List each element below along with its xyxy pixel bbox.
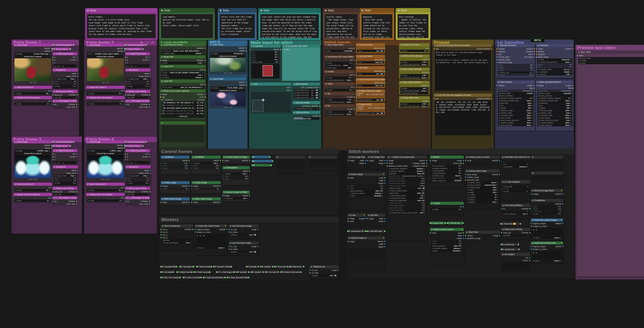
widget-join_with[interactable]: join_with, bbox=[126, 193, 149, 195]
widget-upscale_method[interactable]: ◀upscale_methodbilinear▶ bbox=[431, 247, 463, 249]
widget[interactable] bbox=[161, 125, 204, 127]
node-titlebar[interactable]: Stitch final bbox=[465, 231, 500, 234]
socket[interactable] bbox=[577, 55, 578, 56]
help-icon[interactable]: ? bbox=[561, 242, 562, 244]
socket[interactable] bbox=[280, 49, 281, 50]
socket[interactable] bbox=[426, 162, 427, 164]
node-titlebar[interactable]: Load Image bbox=[14, 44, 52, 47]
socket[interactable] bbox=[518, 249, 520, 250]
node-titlebar[interactable]: Insert into frame # bbox=[14, 86, 52, 89]
socket[interactable] bbox=[222, 160, 224, 161]
help-icon[interactable]: ? bbox=[383, 237, 384, 239]
widget[interactable] bbox=[161, 127, 204, 130]
socket[interactable] bbox=[125, 153, 126, 155]
widget-upscale_method[interactable]: ◀upscale_methodbilinear▶ bbox=[349, 192, 384, 194]
widget-filename_delimiter[interactable]: filename_delimiter_ bbox=[537, 95, 572, 97]
socket[interactable] bbox=[319, 87, 320, 88]
socket[interactable] bbox=[222, 178, 223, 180]
group-titlebar[interactable]: Preview last video bbox=[576, 45, 644, 50]
socket[interactable] bbox=[500, 244, 502, 245]
note-extra-frames[interactable]: NoteExtra frames: You can select 1-4 ext… bbox=[85, 8, 158, 40]
node-save-video[interactable]: Save Videovideofilename_prefixvideo/Comf… bbox=[577, 51, 644, 276]
widget-height[interactable]: height768 bbox=[498, 66, 534, 69]
node-size[interactable]: Size640640 bbox=[250, 83, 292, 113]
text-widget[interactable]: 过曝，静态，细节模糊不清，字幕，风格，作品，画作，画面，整体发灰，最差质量，低质… bbox=[435, 100, 491, 135]
socket[interactable] bbox=[287, 266, 289, 267]
widget-stop[interactable]: stop15 bbox=[126, 83, 150, 85]
widget-range_mode[interactable]: ◀range_modestep▶ bbox=[126, 78, 150, 80]
socket[interactable] bbox=[497, 53, 498, 55]
socket[interactable] bbox=[384, 59, 385, 61]
node-use-first-frame[interactable]: Use first frameBOOLEANvaluetrue bbox=[356, 43, 385, 54]
node-titlebar[interactable]: Upscale Model bbox=[293, 101, 320, 104]
widget-end_mode[interactable]: ◀end_modeInclusive▶ bbox=[126, 87, 150, 88]
socket[interactable] bbox=[258, 246, 258, 247]
socket[interactable] bbox=[365, 218, 366, 219]
node-titlebar[interactable]: ♻Math Expression bbox=[125, 52, 150, 55]
socket[interactable] bbox=[249, 170, 250, 172]
socket[interactable] bbox=[125, 59, 126, 61]
socket[interactable] bbox=[529, 232, 530, 234]
node-titlebar[interactable]: control msk bbox=[501, 248, 519, 251]
node-insert-into-control-mask-w[interactable]: Insert into control mask?original_images… bbox=[195, 224, 227, 255]
socket[interactable] bbox=[384, 177, 385, 179]
socket[interactable] bbox=[77, 75, 78, 77]
socket[interactable] bbox=[274, 266, 276, 267]
widget-value[interactable]: ◀value2▶ bbox=[87, 103, 124, 105]
group-titlebar[interactable]: Workers bbox=[160, 217, 339, 222]
widget-image[interactable]: ◀imagec_00012_.png▶ bbox=[87, 149, 124, 152]
node-insert-frames-from-last-video[interactable]: Insert frames from last videoBOOLEANvalu… bbox=[356, 78, 385, 88]
socket[interactable] bbox=[150, 172, 151, 174]
widget-control after generate[interactable]: ◀control after generatefixed▶ bbox=[400, 90, 429, 92]
socket[interactable] bbox=[338, 269, 339, 271]
node-s-roundh-1[interactable]: roundH bbox=[261, 265, 273, 268]
node-feather[interactable]: Featherint◀value0▶ bbox=[430, 202, 464, 215]
node-titlebar[interactable]: Upscaled all bbox=[180, 265, 194, 268]
node-upscale-factor[interactable]: Upscale factorFLOATvalue 0.352 bbox=[293, 111, 320, 119]
node-extra-frame-3-cr-integer-to-string[interactable]: 🔧CR Integer To Stringint_STRINGshow_help bbox=[52, 196, 77, 205]
node-titlebar[interactable]: RepeatImageBatch bbox=[125, 44, 146, 46]
toggle-keep_proportions[interactable]: keep_proportionsfalse bbox=[349, 190, 384, 192]
socket[interactable] bbox=[465, 237, 466, 239]
help-icon[interactable]: ? bbox=[383, 173, 384, 176]
node-extra-frame-1-resize-frame[interactable]: Resize frame bbox=[52, 48, 70, 50]
widget-optimize_image[interactable]: ◀optimize_imagefalse▶ bbox=[498, 109, 534, 112]
socket[interactable] bbox=[531, 248, 532, 250]
socket[interactable] bbox=[497, 64, 497, 66]
socket[interactable] bbox=[497, 51, 498, 52]
node-extra-frame-4-insert-into-frame[interactable]: Insert into frame #int◀value75▶ bbox=[86, 183, 125, 192]
socket[interactable] bbox=[149, 94, 150, 96]
node-extra-frame-1-string-list-to-string[interactable]: String List to Stringstring_listSTRINGjo… bbox=[52, 90, 78, 98]
widget-show_history_by_prefix[interactable]: ◀show_history_by_prefixtrue▶ bbox=[498, 119, 534, 121]
socket[interactable] bbox=[499, 160, 500, 161]
toggle-value[interactable]: valuetrue bbox=[357, 50, 384, 52]
node-use-stitch[interactable]: Use stitchBOOLEANvaluetrue bbox=[356, 66, 385, 77]
node-extra-frame-3-repeat-image-batch[interactable]: RepeatImageBatch bbox=[52, 140, 74, 143]
socket[interactable] bbox=[179, 266, 181, 267]
widget[interactable] bbox=[309, 159, 336, 161]
widget-y[interactable]: ◀y16▶ bbox=[251, 53, 280, 56]
socket[interactable] bbox=[354, 74, 355, 76]
widget-start[interactable]: start10 bbox=[54, 177, 77, 179]
socket[interactable] bbox=[354, 96, 355, 98]
socket[interactable] bbox=[52, 94, 54, 96]
widget-to_that[interactable]: to_that bbox=[502, 188, 529, 190]
socket[interactable] bbox=[195, 231, 196, 233]
widget-join_with[interactable]: join_with, bbox=[54, 193, 76, 195]
socket[interactable] bbox=[172, 271, 174, 273]
widget-context_from_mask_extend_factor[interactable]: ◀context_from_mask_extend_factor1.00▶ bbox=[388, 212, 426, 214]
socket[interactable] bbox=[52, 83, 53, 85]
lora-row[interactable]: wan\studio_ghibli_wan14b_t2v_v01.safe…◀ … bbox=[161, 107, 204, 109]
node-titlebar[interactable]: Overlay stitch mask bbox=[465, 170, 500, 173]
socket[interactable] bbox=[497, 85, 498, 86]
node-titlebar[interactable]: Use stitch bbox=[356, 66, 385, 69]
widget-output_path[interactable]: output_pathC:\temp\tst\2 bbox=[498, 90, 534, 92]
node-get-image-size-1[interactable]: Get Image Sizeimagewidthheight bbox=[348, 155, 366, 169]
widget-show_previews[interactable]: ◀show_previewsfalse▶ bbox=[537, 124, 572, 126]
widget-cfg[interactable]: cfg1.0 bbox=[537, 66, 572, 68]
socket[interactable] bbox=[52, 191, 54, 193]
widget-preresize_max_width[interactable]: preresize_max_width16384 bbox=[388, 182, 426, 185]
socket[interactable] bbox=[52, 56, 54, 58]
node-extra-frame-3-range-int[interactable]: Range(Int)rangerange_sizes◀range_modeste… bbox=[52, 165, 78, 185]
socket[interactable] bbox=[195, 229, 196, 230]
